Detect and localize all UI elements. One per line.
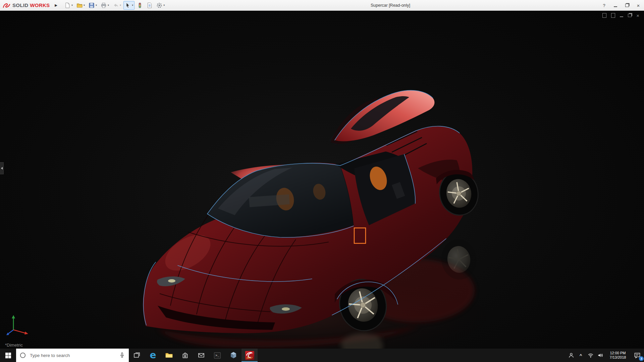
search-input[interactable] (29, 353, 116, 358)
document-minimize-button[interactable] (620, 13, 623, 18)
notification-badge: 3 (639, 356, 644, 361)
command-prompt-button[interactable]: >_ (209, 349, 225, 362)
action-center-button[interactable]: 3 (631, 349, 644, 362)
dropdown-arrow-icon[interactable]: ▾ (120, 4, 121, 7)
task-view-button[interactable] (129, 349, 145, 362)
help-button[interactable]: ? (598, 0, 610, 11)
cortana-circle-icon (19, 352, 26, 359)
mail-icon (198, 352, 205, 359)
volume-icon (597, 352, 604, 359)
view-orientation-label: *Dimetric (5, 343, 23, 348)
window-button[interactable] (611, 13, 615, 18)
cube-app-icon (230, 351, 237, 359)
save-button[interactable]: ▾ (87, 1, 98, 10)
save-icon (89, 2, 95, 8)
close-icon: × (636, 13, 639, 18)
tray-expand-button[interactable]: ^ (576, 349, 586, 362)
taskbar: e >_ 2017 ^ (0, 349, 644, 362)
restore-icon (625, 4, 629, 7)
chevron-left-icon (1, 167, 3, 170)
solidworks-icon: 2017 (245, 351, 254, 360)
close-button[interactable]: × (633, 0, 644, 11)
select-cursor-icon (125, 2, 131, 8)
desktop: SOLIDWORKS ▶ ▾ ▾ ▾ ▾ ▾ (0, 0, 644, 362)
dropdown-arrow-icon[interactable]: ▾ (84, 4, 85, 7)
dropdown-arrow-icon[interactable]: ▾ (96, 4, 97, 7)
chevron-up-icon: ^ (580, 353, 582, 358)
orientation-triad-icon (5, 312, 31, 337)
quick-access-toolbar: ▾ ▾ ▾ ▾ ▾ ▾ (63, 1, 166, 10)
task-view-icon (133, 352, 141, 359)
print-icon (101, 2, 107, 8)
close-icon: × (637, 3, 640, 8)
system-tray: ^ 12:00 PM 7/13/2018 3 (566, 349, 644, 362)
brand-solid: SOLID (12, 2, 28, 8)
dropdown-arrow-icon[interactable]: ▾ (71, 4, 73, 7)
network-button[interactable] (586, 349, 595, 362)
help-icon: ? (603, 3, 605, 8)
edge-button[interactable]: e (145, 349, 161, 362)
file-explorer-button[interactable] (161, 349, 177, 362)
ds-logo-icon (3, 2, 11, 8)
dropdown-arrow-icon[interactable]: ▾ (132, 4, 133, 7)
solidworks-app-button[interactable]: 2017 (241, 349, 258, 362)
document-restore-button[interactable] (628, 13, 632, 18)
document-close-button[interactable]: × (636, 13, 639, 18)
command-prompt-icon: >_ (214, 352, 221, 359)
window-icon (611, 13, 615, 18)
taskbar-search[interactable] (16, 349, 129, 362)
store-icon (181, 352, 189, 359)
cube-app-button[interactable] (225, 349, 241, 362)
file-properties-icon (147, 2, 153, 8)
file-explorer-icon (165, 351, 173, 359)
dropdown-arrow-icon[interactable]: ▾ (163, 4, 165, 7)
volume-button[interactable] (595, 349, 605, 362)
restore-button[interactable] (621, 0, 633, 11)
wifi-icon (587, 352, 594, 359)
user-icon (568, 352, 575, 359)
file-properties-button[interactable] (145, 1, 154, 10)
taskbar-clock[interactable]: 12:00 PM 7/13/2018 (605, 349, 631, 362)
car-model-render[interactable] (0, 11, 644, 349)
store-button[interactable] (177, 349, 193, 362)
undo-button[interactable]: ▾ (111, 1, 122, 10)
titlebar: SOLIDWORKS ▶ ▾ ▾ ▾ ▾ ▾ (0, 0, 644, 11)
open-button[interactable]: ▾ (75, 1, 86, 10)
window-controls: ? × (598, 0, 644, 11)
minimize-icon (614, 6, 617, 7)
edge-icon: e (150, 351, 156, 360)
brand-works: WORKS (30, 2, 50, 8)
graphics-area[interactable]: × *Dimetric (0, 11, 644, 349)
microphone-icon[interactable] (119, 352, 125, 359)
start-button[interactable] (0, 349, 16, 362)
options-button[interactable]: ▾ (155, 1, 166, 10)
minimize-button[interactable] (610, 0, 621, 11)
menu-flyout-button[interactable]: ▶ (52, 2, 60, 8)
dropdown-arrow-icon[interactable]: ▾ (108, 4, 109, 7)
print-button[interactable]: ▾ (99, 1, 110, 10)
document-title: Supercar [Read-only] (371, 0, 410, 11)
minimize-icon (620, 16, 623, 17)
options-gear-icon (156, 2, 162, 8)
solidworks-logo: SOLIDWORKS (3, 2, 50, 8)
window-icon (602, 13, 606, 18)
flyout-arrow-icon: ▶ (55, 3, 57, 7)
document-window-controls: × (602, 13, 639, 18)
open-icon (76, 2, 83, 8)
clock-time: 12:00 PM (610, 351, 626, 356)
clock-date: 7/13/2018 (610, 355, 626, 360)
new-document-icon (64, 2, 70, 8)
select-button[interactable]: ▾ (123, 1, 135, 10)
user-button[interactable] (566, 349, 576, 362)
rebuild-icon (137, 2, 143, 8)
new-document-button[interactable]: ▾ (63, 1, 74, 10)
window-button[interactable] (602, 13, 606, 18)
mail-button[interactable] (193, 349, 209, 362)
featuremanager-flyout-tab[interactable] (0, 162, 4, 174)
start-icon (5, 353, 11, 358)
undo-icon (113, 2, 119, 8)
restore-icon (628, 14, 632, 17)
rebuild-button[interactable] (136, 1, 144, 10)
